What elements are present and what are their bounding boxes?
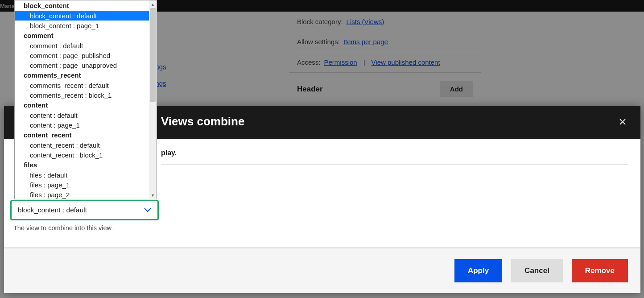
dropdown-option[interactable]: files : default	[15, 170, 157, 180]
dropdown-group: content_recent	[15, 130, 157, 140]
modal-body-text: play.	[161, 149, 177, 157]
dropdown-option[interactable]: comments_recent : default	[15, 80, 157, 90]
view-select[interactable]: block_content : default	[10, 200, 159, 220]
scroll-up-icon[interactable]: ▲	[149, 0, 157, 8]
dropdown-group: block_content	[15, 0, 157, 11]
modal-footer: Apply Cancel Remove	[4, 248, 640, 293]
dropdown-group: comments_recent	[15, 70, 157, 80]
apply-button[interactable]: Apply	[454, 259, 502, 282]
dropdown-option[interactable]: block_content : page_1	[15, 21, 157, 30]
dropdown-option[interactable]: comment : page_published	[15, 50, 157, 60]
dropdown-option[interactable]: comment : page_unapproved	[15, 60, 157, 70]
scroll-down-icon[interactable]: ▼	[149, 191, 157, 199]
dropdown-group: files	[15, 160, 157, 170]
dropdown-option[interactable]: content_recent : default	[15, 140, 157, 150]
remove-button[interactable]: Remove	[572, 259, 628, 282]
dropdown-option[interactable]: content : page_1	[15, 120, 157, 130]
modal-title: Views combine	[161, 115, 244, 128]
view-select-value: block_content : default	[18, 206, 87, 214]
dropdown-option[interactable]: comment : default	[15, 41, 157, 50]
dropdown-option[interactable]: comments_recent : block_1	[15, 90, 157, 100]
dropdown-option[interactable]: content : default	[15, 110, 157, 120]
dropdown-option[interactable]: files : page_1	[15, 180, 157, 190]
chevron-down-icon	[144, 206, 151, 214]
close-icon[interactable]	[617, 116, 628, 127]
dropdown-group: comment	[15, 30, 157, 41]
dropdown-option[interactable]: block_content : default	[15, 11, 157, 21]
view-select-dropdown[interactable]: block_contentblock_content : defaultbloc…	[14, 0, 157, 199]
dropdown-group: content	[15, 100, 157, 110]
dropdown-option[interactable]: content_recent : block_1	[15, 150, 157, 160]
dropdown-option[interactable]: files : page_2	[15, 190, 157, 199]
dropdown-scrollbar[interactable]: ▲ ▼	[149, 0, 157, 199]
view-select-description: The view to combine into this view.	[13, 224, 113, 232]
cancel-button[interactable]: Cancel	[511, 259, 563, 282]
scroll-thumb[interactable]	[150, 8, 156, 102]
